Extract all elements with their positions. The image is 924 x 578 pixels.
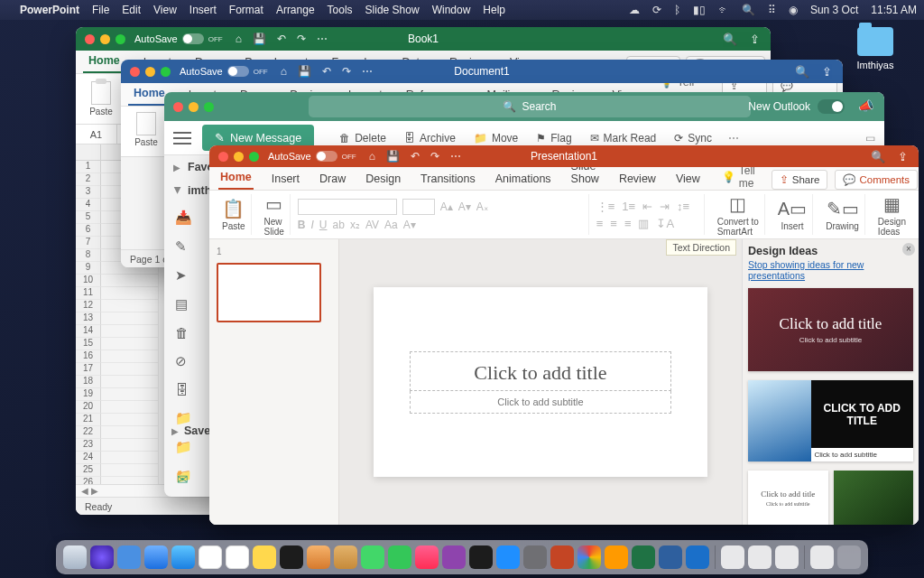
save-icon[interactable]: 💾 [298,65,311,78]
text-direction-icon[interactable]: ↧A [656,217,674,230]
columns-icon[interactable]: ▥ [638,217,649,230]
underline-icon[interactable]: U [319,219,328,231]
row-header[interactable]: 8 [76,249,101,262]
indent-dec-icon[interactable]: ⇤ [642,200,652,213]
tab-view[interactable]: View [674,168,702,190]
cell[interactable] [101,300,159,312]
close-icon[interactable] [218,152,228,162]
contacts-icon[interactable] [226,545,249,569]
recent-app[interactable] [748,545,772,569]
wifi-icon[interactable]: ᯤ [718,4,729,16]
home-icon[interactable]: ⌂ [369,150,375,163]
case-icon[interactable]: Aa [384,219,398,231]
tab-transitions[interactable]: Transitions [419,168,477,190]
app-name[interactable]: PowerPoint [20,4,79,16]
row-header[interactable]: 13 [76,312,101,325]
home-icon[interactable]: ⌂ [236,33,242,45]
menubar-time[interactable]: 11:51 AM [871,4,917,16]
more-icon[interactable]: ⋯ [728,132,739,144]
books-icon[interactable] [334,545,357,569]
cell[interactable] [101,414,159,426]
zoom-icon[interactable] [204,102,214,112]
cell[interactable] [101,363,159,376]
appstore-icon[interactable] [496,545,520,569]
menu-window[interactable]: Window [432,4,471,16]
cell[interactable] [101,350,159,363]
menu-help[interactable]: Help [483,4,505,16]
align-left-icon[interactable]: ≡ [596,217,604,230]
tab-review[interactable]: Review [617,168,658,190]
line-spacing-icon[interactable]: ↕≡ [677,200,689,213]
tab-draw[interactable]: Draw [318,168,347,190]
new-slide-button[interactable]: ▭New Slide [259,194,291,235]
row-header[interactable]: 25 [76,464,101,477]
design-idea-3[interactable]: Click to add titleClick to add subtitle [748,471,828,525]
grapher-icon[interactable] [307,545,330,569]
control-center-icon[interactable]: ⠿ [768,4,776,16]
desktop-folder[interactable]: Imthiyas [848,27,902,70]
send-icon[interactable]: ➤ [175,267,192,284]
name-box[interactable]: A1 [76,125,117,144]
row-header[interactable]: 4 [76,199,101,211]
close-icon[interactable] [130,67,140,77]
settings-icon[interactable] [523,545,547,569]
mail-icon[interactable]: ✉ [177,471,189,488]
title-placeholder[interactable]: Click to add title [410,351,671,391]
powerpoint-icon[interactable] [550,545,574,569]
row-header[interactable]: 24 [76,452,101,464]
notes-icon[interactable] [253,545,276,569]
row-header[interactable]: 16 [76,350,101,363]
cell[interactable] [101,439,159,452]
outlook-icon[interactable] [686,545,709,569]
launchpad-icon[interactable] [117,545,141,569]
paste-button[interactable]: Paste [85,81,117,117]
cell[interactable] [101,388,159,401]
share-button[interactable]: ⇪Share [772,170,828,190]
row-header[interactable]: 11 [76,287,101,300]
insert-button[interactable]: A▭Insert [772,194,813,235]
redo-icon[interactable]: ↷ [430,150,439,163]
cloud-icon[interactable]: ☁ [629,4,640,16]
word-titlebar[interactable]: AutoSaveOFF ⌂💾↶↷⋯ Document1 🔍⇪ [121,60,843,83]
paste-button[interactable]: 📋Paste [217,194,252,235]
sync-icon[interactable]: ⟳ [652,4,661,16]
slide-thumbnail[interactable] [217,263,321,322]
drawing-button[interactable]: ✎▭Drawing [820,194,865,235]
siri-icon[interactable]: ◉ [789,4,798,16]
share-icon[interactable]: ⇪ [822,65,832,79]
cell[interactable] [101,312,159,325]
align-center-icon[interactable]: ≡ [610,217,617,230]
design-ideas-button[interactable]: ▦Design Ideas [873,194,911,235]
folder-icon[interactable]: 📁 [175,439,192,455]
row-header[interactable]: 9 [76,262,101,275]
search-icon[interactable]: 🔍 [723,33,737,46]
design-idea-1[interactable]: Click to add titleClick to add subtitle [748,288,913,371]
row-header[interactable]: 22 [76,426,101,439]
save-icon[interactable]: 💾 [253,33,266,45]
font-color-icon[interactable]: A▾ [403,219,416,231]
cell[interactable] [101,452,159,464]
row-header[interactable]: 14 [76,325,101,338]
slide-canvas[interactable]: Text Direction Click to add title Click … [339,239,742,525]
bluetooth-icon[interactable]: ᛒ [674,4,680,16]
autosave-toggle[interactable] [182,33,204,44]
more-icon[interactable]: ⋯ [362,65,373,78]
illustrator-icon[interactable] [605,545,628,569]
word-icon[interactable] [659,545,682,569]
siri-icon[interactable] [90,545,114,569]
bold-icon[interactable]: B [298,219,306,231]
row-header[interactable]: 2 [76,173,101,186]
podcasts-icon[interactable] [442,545,466,569]
italic-icon[interactable]: I [311,219,314,231]
trash-icon[interactable] [837,545,861,569]
spam-icon[interactable]: ⊘ [175,353,192,369]
finder-icon[interactable] [63,545,87,569]
row-header[interactable]: 10 [76,275,101,287]
menu-view[interactable]: View [153,4,177,16]
recent-app[interactable] [775,545,799,569]
minimize-icon[interactable] [145,67,155,77]
save-icon[interactable]: 💾 [386,150,400,163]
tab-animations[interactable]: Animations [494,168,553,190]
menubar-date[interactable]: Sun 3 Oct [810,4,858,16]
menu-file[interactable]: File [92,4,109,16]
